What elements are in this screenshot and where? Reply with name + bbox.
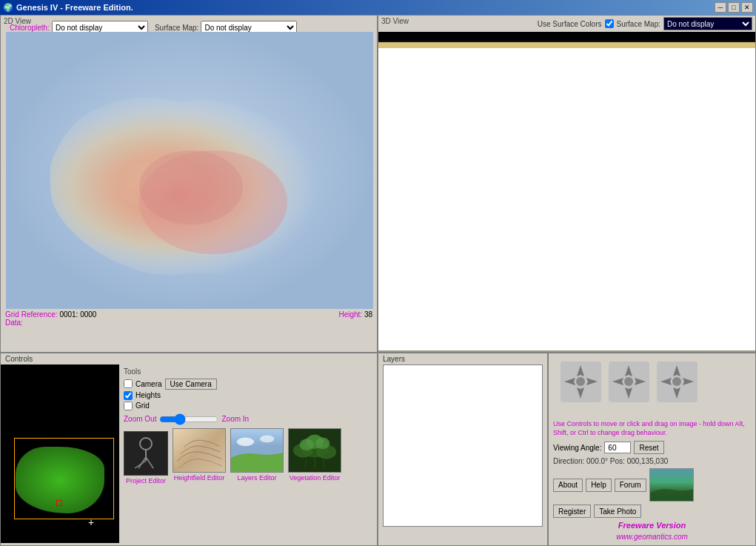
svg-point-168 (624, 377, 633, 386)
website-text: www.geomantics.com (553, 533, 751, 541)
layers-editor-thumb[interactable]: Layers Editor (230, 428, 284, 482)
panel-2d-footer: Grid Reference: 0001: 0000 Height: 38 Da… (1, 309, 377, 328)
vegetation-editor-img (288, 428, 341, 473)
viewing-angle-input[interactable] (604, 442, 631, 453)
panel-3d-title: 3D View (381, 17, 409, 25)
vegetation-editor-label: Vegetation Editor (288, 474, 341, 482)
surface-map-label-2d: Surface Map: (155, 24, 198, 32)
project-editor-icon (127, 435, 164, 472)
svg-point-166 (576, 377, 585, 386)
direction-label: Direction: (553, 457, 584, 465)
heightfield-editor-label: Heightfield Editor (173, 474, 226, 482)
svg-line-149 (146, 457, 153, 468)
window-title: Genesis IV - Freeware Edition. (16, 3, 133, 12)
svg-point-146 (140, 438, 152, 450)
use-surface-colors-label: Use Surface Colors (538, 20, 602, 28)
heights-label: Heights (136, 391, 161, 399)
layers-svg (231, 428, 283, 473)
svg-point-154 (260, 435, 274, 442)
minimize-button[interactable]: ─ (715, 2, 726, 13)
surface-map-label-3d: Surface Map: (617, 20, 660, 28)
minimap[interactable]: + (1, 364, 119, 543)
maximize-button[interactable]: □ (728, 2, 740, 13)
camera-checkbox[interactable] (124, 379, 133, 388)
tools-area: Tools Camera Use Camera Heights (119, 364, 377, 543)
app-icon: 🌍 (3, 3, 13, 13)
direction-value: 000.0° (586, 457, 608, 465)
svg-rect-143 (378, 350, 755, 352)
photo-thumbnail (649, 468, 694, 502)
pos-label: Pos: (610, 457, 625, 465)
view-3d-canvas (378, 32, 755, 352)
3d-header-strip (378, 32, 755, 41)
direction-row: Direction: 000.0° Pos: 000,135,030 (553, 457, 751, 465)
minimap-dot (56, 500, 62, 506)
controls-content: + Tools Camera Use Camera Heights (1, 364, 377, 543)
controls-title: Controls (1, 353, 377, 364)
nav-up-left-btn[interactable] (561, 362, 601, 404)
register-button[interactable]: Register (553, 505, 591, 518)
forum-button[interactable]: Forum (615, 479, 646, 492)
svg-point-170 (672, 377, 681, 386)
panel-3d-controls: Use Controls to move or click and drag o… (548, 353, 756, 546)
view-2d-canvas (6, 32, 373, 309)
bottom-row: Controls + Tools Camera Use Camera (0, 353, 756, 546)
minimap-crosshair: + (88, 516, 94, 528)
pos-value: 000,135,030 (627, 457, 669, 465)
heights-row: Heights (124, 391, 372, 400)
svg-line-150 (135, 461, 146, 468)
editors-container: Project Editor (124, 428, 372, 485)
project-editor-thumb[interactable]: Project Editor (124, 431, 168, 485)
svg-point-160 (300, 439, 314, 450)
panel-3d-header: Use Surface Colors Surface Map: Do not d… (378, 16, 755, 32)
reset-button[interactable]: Reset (634, 441, 663, 454)
panel-2d-header: 2D View Chloropleth: Do not display Surf… (1, 16, 377, 32)
nav-center-btn[interactable] (609, 362, 649, 404)
use-surface-colors-checkbox[interactable] (605, 19, 614, 28)
controls-info: Use Controls to move or click and drag o… (553, 419, 751, 438)
terrain-svg (6, 32, 373, 309)
grid-label: Grid (136, 402, 150, 410)
heightfield-editor-img (173, 428, 226, 473)
zoom-in-label: Zoom In (221, 415, 249, 423)
close-button[interactable]: ✕ (741, 2, 753, 13)
zoom-out-label: Zoom Out (124, 415, 156, 423)
nav-right-btn[interactable] (657, 362, 698, 404)
surface-map-dropdown-3d[interactable]: Do not display (663, 17, 752, 30)
camera-label: Camera (136, 380, 162, 388)
layers-content (383, 364, 543, 527)
viewing-angle-label: Viewing Angle: (553, 444, 601, 452)
panel-controls: Controls + Tools Camera Use Camera (0, 353, 378, 546)
layers-title: Layers (378, 353, 547, 364)
title-bar: 🌍 Genesis IV - Freeware Edition. ─ □ ✕ (0, 0, 756, 15)
heights-checkbox[interactable] (124, 391, 133, 400)
about-button[interactable]: About (553, 479, 583, 492)
height-label: Height: (338, 310, 362, 319)
grid-checkbox[interactable] (124, 402, 133, 410)
grid-ref-label: Grid Reference: (5, 310, 58, 319)
zoom-slider[interactable] (159, 413, 218, 425)
title-bar-left: 🌍 Genesis IV - Freeware Edition. (3, 3, 133, 13)
take-photo-button[interactable]: Take Photo (594, 505, 641, 518)
layers-editor-img (230, 428, 284, 473)
minimap-viewport-rect (14, 438, 114, 519)
freeware-text: Freeware Version (553, 521, 751, 530)
svg-point-153 (237, 437, 254, 446)
top-row: 2D View Chloropleth: Do not display Surf… (0, 15, 756, 353)
panel-2d-title: 2D View (4, 17, 31, 25)
svg-rect-4 (378, 42, 755, 48)
viewing-angle-row: Viewing Angle: Reset (553, 441, 751, 454)
tools-title: Tools (124, 367, 372, 376)
action-buttons-row: About Help Forum (553, 468, 751, 502)
heightfield-editor-thumb[interactable]: Heightfield Editor (173, 428, 226, 482)
help-button[interactable]: Help (586, 479, 612, 492)
photo-svg (650, 469, 694, 502)
layers-editor-label: Layers Editor (230, 474, 284, 482)
register-row: Register Take Photo (553, 505, 751, 518)
3d-lines-svg (378, 32, 755, 352)
grid-row: Grid (124, 402, 372, 410)
project-editor-img (124, 431, 168, 476)
camera-row: Camera Use Camera (124, 379, 372, 390)
vegetation-editor-thumb[interactable]: Vegetation Editor (288, 428, 341, 482)
use-camera-button[interactable]: Use Camera (165, 379, 217, 390)
